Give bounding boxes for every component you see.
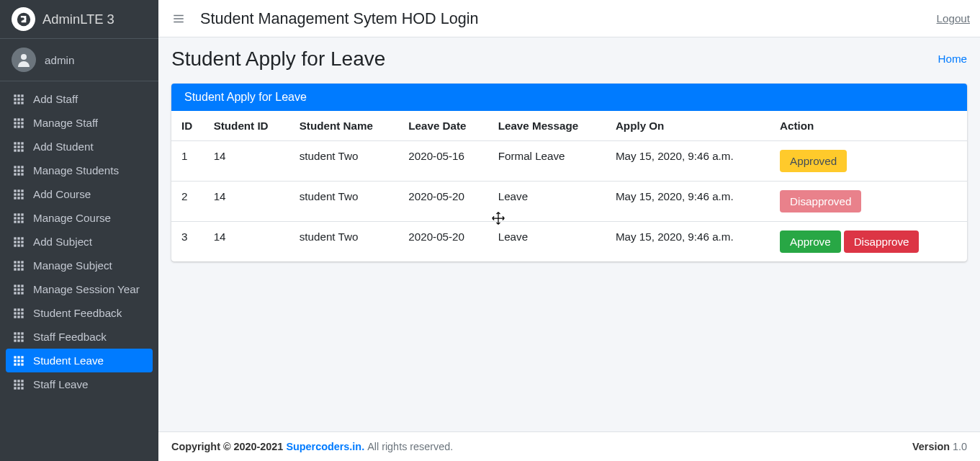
svg-rect-2 <box>14 94 16 97</box>
svg-rect-118 <box>21 387 23 389</box>
sidebar-item-manage-students[interactable]: Manage Students <box>6 158 153 182</box>
approve-button[interactable]: Approve <box>780 230 841 253</box>
svg-rect-18 <box>17 125 19 127</box>
svg-rect-49 <box>21 213 23 215</box>
svg-rect-38 <box>14 189 16 192</box>
svg-rect-112 <box>21 380 23 382</box>
sidebar-item-manage-course[interactable]: Manage Course <box>6 206 153 230</box>
svg-rect-110 <box>14 380 16 382</box>
svg-rect-106 <box>21 359 23 362</box>
svg-rect-115 <box>21 383 23 385</box>
hamburger-icon[interactable] <box>168 9 189 29</box>
svg-rect-60 <box>17 241 19 243</box>
sidebar-item-label: Add Course <box>33 188 91 200</box>
svg-rect-23 <box>14 146 16 148</box>
grid-icon <box>13 331 26 343</box>
svg-rect-7 <box>21 98 23 100</box>
sidebar-item-manage-subject[interactable]: Manage Subject <box>6 254 153 277</box>
grid-icon <box>13 284 26 295</box>
col-name: Student Name <box>292 111 402 141</box>
user-panel[interactable]: admin <box>0 39 158 81</box>
svg-rect-9 <box>17 102 19 104</box>
logout-link[interactable]: Logout <box>937 12 970 24</box>
svg-rect-75 <box>17 285 19 287</box>
svg-rect-99 <box>17 339 19 341</box>
version-number: 1.0 <box>950 441 967 452</box>
svg-rect-78 <box>17 288 19 290</box>
breadcrumb-home[interactable]: Home <box>938 53 967 65</box>
svg-rect-26 <box>14 149 16 151</box>
svg-rect-16 <box>21 122 23 124</box>
svg-rect-11 <box>14 118 16 120</box>
svg-rect-74 <box>14 285 16 287</box>
svg-rect-20 <box>14 142 16 144</box>
svg-rect-34 <box>21 169 23 171</box>
svg-rect-94 <box>21 332 23 334</box>
svg-rect-21 <box>17 142 19 144</box>
svg-rect-30 <box>17 166 19 168</box>
svg-rect-12 <box>17 118 19 120</box>
svg-rect-77 <box>14 288 16 290</box>
svg-rect-6 <box>17 98 19 100</box>
version-label: Version <box>912 441 950 452</box>
sidebar-item-label: Manage Course <box>33 212 111 224</box>
svg-rect-64 <box>21 244 23 246</box>
topnav-title: Student Management Sytem HOD Login <box>200 9 479 28</box>
disapproved-badge[interactable]: Disapproved <box>780 190 861 212</box>
svg-rect-117 <box>17 387 19 389</box>
sidebar-item-manage-staff[interactable]: Manage Staff <box>6 111 153 135</box>
svg-rect-43 <box>21 193 23 195</box>
svg-rect-54 <box>17 220 19 223</box>
svg-rect-10 <box>21 102 23 104</box>
svg-rect-102 <box>17 356 19 358</box>
cell-apply: May 15, 2020, 9:46 a.m. <box>608 141 773 182</box>
col-leave-date: Leave Date <box>401 111 490 141</box>
cell-message: Formal Leave <box>491 141 608 182</box>
footer-copyright: Copyright © 2020-2021 <box>171 441 286 452</box>
col-action: Action <box>773 111 967 141</box>
grid-icon <box>13 260 26 272</box>
svg-rect-22 <box>21 142 23 144</box>
sidebar-item-label: Staff Feedback <box>33 331 107 343</box>
svg-rect-4 <box>21 94 23 97</box>
svg-rect-70 <box>21 264 23 267</box>
svg-rect-71 <box>14 268 16 270</box>
svg-rect-103 <box>21 356 23 358</box>
svg-rect-91 <box>21 315 23 318</box>
svg-rect-57 <box>17 237 19 239</box>
sidebar-item-manage-session-year[interactable]: Manage Session Year <box>6 277 153 301</box>
col-id: ID <box>171 111 207 141</box>
svg-rect-29 <box>14 166 16 168</box>
sidebar-item-add-course[interactable]: Add Course <box>6 182 153 206</box>
svg-rect-58 <box>21 237 23 239</box>
col-student-id: Student ID <box>207 111 292 141</box>
footer: Copyright © 2020-2021 Supercoders.in. Al… <box>158 431 980 461</box>
svg-rect-104 <box>14 359 16 362</box>
svg-rect-76 <box>21 285 23 287</box>
svg-rect-69 <box>17 264 19 267</box>
svg-rect-84 <box>17 308 19 310</box>
sidebar-item-add-student[interactable]: Add Student <box>6 135 153 158</box>
svg-rect-50 <box>14 217 16 219</box>
sidebar-item-add-staff[interactable]: Add Staff <box>6 87 153 111</box>
sidebar-item-label: Manage Students <box>33 164 119 176</box>
grid-icon <box>13 379 26 390</box>
sidebar-item-add-subject[interactable]: Add Subject <box>6 230 153 254</box>
sidebar-item-staff-leave[interactable]: Staff Leave <box>6 372 153 396</box>
sidebar-item-student-leave[interactable]: Student Leave <box>6 349 153 372</box>
footer-link[interactable]: Supercoders.in. <box>286 441 364 452</box>
sidebar-item-label: Add Staff <box>33 93 78 105</box>
svg-rect-53 <box>14 220 16 223</box>
approved-badge[interactable]: Approved <box>780 150 847 172</box>
cell-student_id: 14 <box>207 222 292 262</box>
svg-rect-63 <box>17 244 19 246</box>
cell-id: 3 <box>171 222 207 262</box>
sidebar-item-student-feedback[interactable]: Student Feedback <box>6 301 153 325</box>
grid-icon <box>13 355 26 367</box>
disapprove-button[interactable]: Disapprove <box>844 230 920 253</box>
content-header: Student Apply for Leave Home <box>158 37 980 76</box>
sidebar-item-staff-feedback[interactable]: Staff Feedback <box>6 325 153 349</box>
svg-rect-40 <box>21 189 23 192</box>
brand[interactable]: AdminLTE 3 <box>0 0 158 39</box>
svg-rect-86 <box>14 312 16 314</box>
